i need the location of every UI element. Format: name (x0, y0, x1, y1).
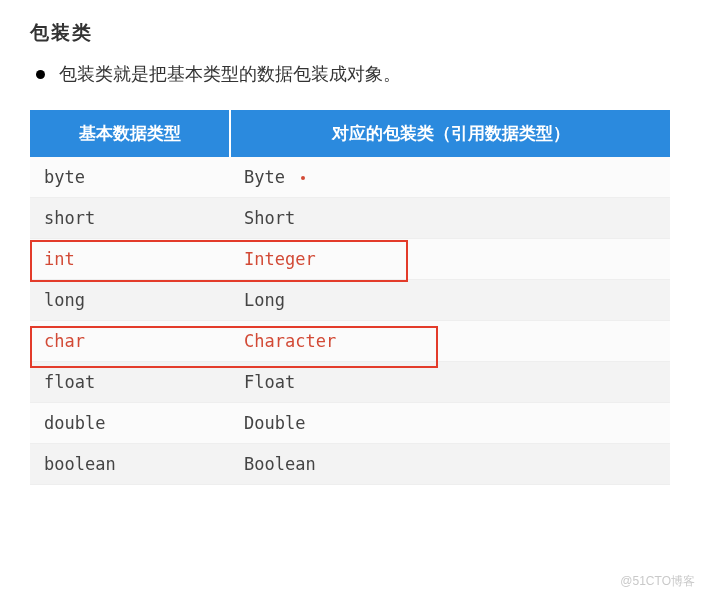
table-row: doubleDouble (30, 403, 670, 444)
table-row: intInteger (30, 239, 670, 280)
cell-primitive: double (30, 403, 230, 444)
cell-wrapper-text: Character (244, 331, 336, 351)
bullet-icon (36, 70, 45, 79)
cell-wrapper: Character (230, 321, 670, 362)
cell-primitive: char (30, 321, 230, 362)
cell-primitive: byte (30, 157, 230, 198)
cell-wrapper: Long (230, 280, 670, 321)
cell-wrapper-text: Byte (244, 167, 285, 187)
cell-wrapper-text: Short (244, 208, 295, 228)
bullet-text: 包装类就是把基本类型的数据包装成对象。 (59, 62, 401, 86)
cell-wrapper-text: Long (244, 290, 285, 310)
table-header-wrapper: 对应的包装类（引用数据类型） (230, 110, 670, 157)
cell-wrapper-text: Float (244, 372, 295, 392)
table-row: booleanBoolean (30, 444, 670, 485)
cell-wrapper: Integer (230, 239, 670, 280)
cell-wrapper: Float (230, 362, 670, 403)
cell-primitive: boolean (30, 444, 230, 485)
cell-wrapper-text: Boolean (244, 454, 316, 474)
table-row: longLong (30, 280, 670, 321)
cell-wrapper: Double (230, 403, 670, 444)
table-row: shortShort (30, 198, 670, 239)
cell-primitive: long (30, 280, 230, 321)
cell-wrapper: Boolean (230, 444, 670, 485)
cell-primitive: int (30, 239, 230, 280)
table-row: floatFloat (30, 362, 670, 403)
cell-wrapper-text: Integer (244, 249, 316, 269)
table-header-primitive: 基本数据类型 (30, 110, 230, 157)
table-wrap: 基本数据类型 对应的包装类（引用数据类型） byteByteshortShort… (30, 110, 670, 485)
cell-wrapper: Short (230, 198, 670, 239)
table-header-row: 基本数据类型 对应的包装类（引用数据类型） (30, 110, 670, 157)
wrapper-class-table: 基本数据类型 对应的包装类（引用数据类型） byteByteshortShort… (30, 110, 670, 485)
page-title: 包装类 (30, 20, 675, 46)
table-row: byteByte (30, 157, 670, 198)
cell-primitive: float (30, 362, 230, 403)
bullet-row: 包装类就是把基本类型的数据包装成对象。 (30, 62, 675, 86)
cell-primitive: short (30, 198, 230, 239)
cell-wrapper-text: Double (244, 413, 305, 433)
red-dot-icon (301, 176, 305, 180)
cell-wrapper: Byte (230, 157, 670, 198)
table-row: charCharacter (30, 321, 670, 362)
